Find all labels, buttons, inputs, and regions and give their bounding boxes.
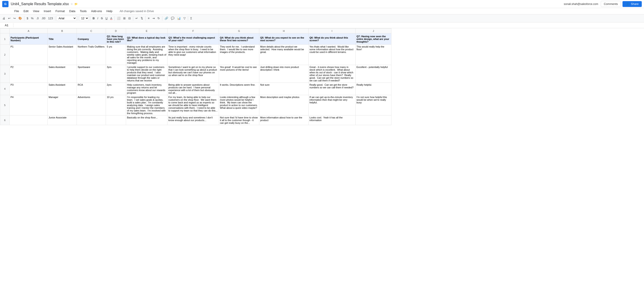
cell-d1[interactable]: Q1: How long have you been in this role? [106,33,126,45]
cell-i1[interactable]: Q6: What do you think about this screen? [308,33,356,45]
chart-button[interactable]: 📊 [176,16,182,21]
col-header-h[interactable]: H [259,29,308,33]
col-header-j[interactable]: J [356,29,392,33]
cell-j5[interactable]: I'm not sure how helpful this would be w… [356,95,392,115]
number-format-button[interactable]: 123 [47,16,54,21]
filter-button[interactable]: ▽ [182,16,187,21]
cell-i2[interactable]: Yes thats what I wanted. Would like some… [308,45,356,65]
currency-button[interactable]: $ [26,16,29,21]
font-size-select[interactable]: 12 [79,16,89,21]
cell-d5[interactable]: 10 yrs [106,95,126,115]
folder-icon[interactable]: 📁 [74,3,78,6]
print-button[interactable]: 🖨 [1,16,6,21]
cell-a3[interactable]: P2 [10,65,48,83]
cell-a2[interactable]: P1 [10,45,48,65]
menu-edit[interactable]: Edit [22,9,30,13]
cell-j3[interactable]: Excellent - potentially helpful [356,65,392,83]
decimal0-button[interactable]: .0 [35,16,40,21]
italic-button[interactable]: I [96,16,100,21]
menu-addons[interactable]: Add-ons [89,9,104,13]
cell-f3[interactable]: Sometimes I want to get on to my phone s… [168,65,219,83]
cell-j1[interactable]: Q7: Having now seen the entire design, w… [356,33,392,45]
cell-d6[interactable] [106,115,126,125]
menu-file[interactable]: File [12,9,21,13]
cell-g6[interactable]: Not sure that I'd have time to show it a… [219,115,259,125]
cell-h6[interactable]: More information about how to use the pr… [259,115,308,125]
cell-b5[interactable]: Manager [48,95,77,115]
comment-button[interactable]: 💬 [170,16,176,21]
cell-e1[interactable]: Q2: What does a typical day look like? [126,33,168,45]
cell-d2[interactable]: 5 yrs [106,45,126,65]
comments-button[interactable]: Comments [601,1,621,7]
cell-f4[interactable]: Being able to answer questions about pro… [168,83,219,95]
cell-g5[interactable]: Looks interesting although a few more ph… [219,95,259,115]
cell-a5[interactable]: P4 [10,95,48,115]
strikethrough-button[interactable]: S [100,16,104,21]
merge-button[interactable]: ⊟ [127,16,132,21]
percent-button[interactable]: % [30,16,35,21]
cell-e3[interactable]: I provide support to our customers to he… [126,65,168,83]
cell-a4[interactable]: P3 [10,83,48,95]
cell-i4[interactable]: Really good. Can we get the store number… [308,83,356,95]
cell-c2[interactable]: Northern Trails Outfitters [77,45,106,65]
redo-button[interactable]: ↪ [12,16,17,21]
underline-button[interactable]: U [104,16,108,21]
cell-f1[interactable]: Q3: What's the most challenging aspect o… [168,33,219,45]
cell-e5[interactable]: I'm responsible for leading my team. I s… [126,95,168,115]
menu-view[interactable]: View [31,9,41,13]
decimal00-button[interactable]: .00 [40,16,46,21]
cell-f6[interactable]: Its just really busy and sometimes I don… [168,115,219,125]
borders-button[interactable]: ⊞ [122,16,127,21]
cell-b6[interactable]: Junior Associate [48,115,77,125]
col-header-g[interactable]: G [219,29,259,33]
col-header-d[interactable]: D [106,29,126,33]
cell-j4[interactable]: Really helpful. [356,83,392,95]
cell-h3[interactable]: Just drilling down into more product des… [259,65,308,83]
cell-d3[interactable]: 3yrs [106,65,126,83]
text-color-button[interactable]: A [109,16,114,21]
cell-d4[interactable]: 2yrs [106,83,126,95]
cell-c3[interactable]: Sportsware [77,65,106,83]
bold-button[interactable]: B [91,16,96,21]
cell-j2[interactable]: This would really help the floor! [356,45,392,65]
indent-button[interactable]: ⇥ [151,16,156,21]
formula-input[interactable] [14,23,644,27]
col-header-b[interactable]: B [48,29,77,33]
cell-h1[interactable]: Q5: What do you expect to see on the nex… [259,33,308,45]
cell-g4[interactable]: It works. Descriptions seem fine. [219,83,259,95]
rotate-button[interactable]: ↻ [156,16,161,21]
halign-button[interactable]: ≡ [147,16,151,21]
cell-h4[interactable]: Not sure [259,83,308,95]
share-button[interactable]: 👤 Share [622,1,642,7]
cell-c6[interactable] [77,115,106,125]
cell-h5[interactable]: More description and maybe photos [259,95,308,115]
format-paint-button[interactable]: 🎨 [17,16,23,21]
cell-c5[interactable]: Adventures [77,95,106,115]
cell-a6[interactable] [10,115,48,125]
menu-tools[interactable]: Tools [78,9,88,13]
cell-g1[interactable]: Q4: What do you think about these first … [219,33,259,45]
cell-f2[interactable]: Time is important - every minute counts … [168,45,219,65]
fill-color-button[interactable]: ⬜ [116,16,122,21]
cell-a1[interactable]: Participants (Participant Number) [10,33,48,45]
valign-button[interactable]: ⇅ [140,16,144,21]
cell-i5[interactable]: If we can get up-to-the-minute inventory… [308,95,356,115]
sheet-area[interactable]: A B C D E F G H I J 1 Participants (Part… [0,28,644,291]
col-header-i[interactable]: I [308,29,356,33]
undo-button[interactable]: ↩ [7,16,12,21]
font-family-select[interactable]: Arial [56,16,76,21]
link-button[interactable]: 🔗 [164,16,169,21]
menu-insert[interactable]: Insert [42,9,53,13]
cell-h2[interactable]: More details about the product we select… [259,45,308,65]
wrap-button[interactable]: ↵ [134,16,139,21]
col-header-a[interactable]: A [10,29,48,33]
cell-g3[interactable]: Yes great! It would be cool to see more … [219,65,259,83]
cell-e6[interactable]: Basically on the shop floor... [126,115,168,125]
menu-help[interactable]: Help [104,9,114,13]
cell-b2[interactable]: Senior Sales Assistant [48,45,77,65]
cell-j6[interactable] [356,115,392,125]
col-header-f[interactable]: F [168,29,219,33]
star-icon[interactable]: ☆ [70,3,73,6]
cell-c4[interactable]: RCA [77,83,106,95]
menu-data[interactable]: Data [68,9,77,13]
